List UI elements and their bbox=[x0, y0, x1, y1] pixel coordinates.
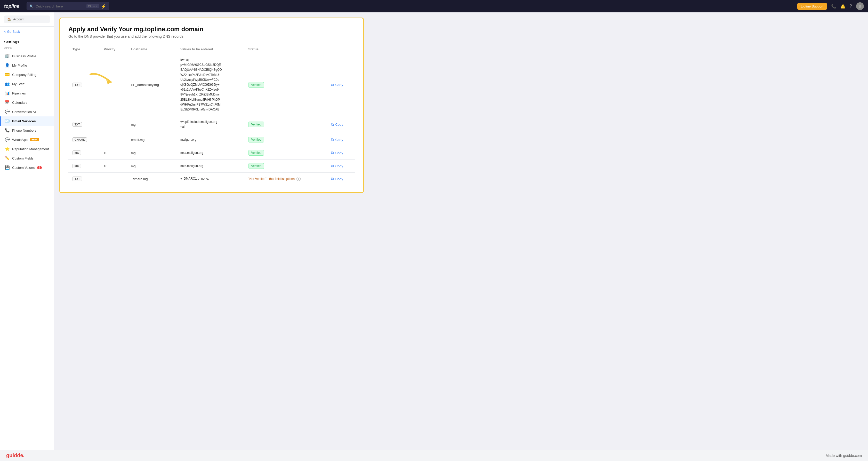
beta-badge: beta bbox=[30, 138, 39, 141]
custom-values-badge: 7 bbox=[37, 166, 42, 169]
guidde-logo-text: guidde. bbox=[6, 453, 25, 458]
my-staff-icon: 👥 bbox=[5, 82, 9, 86]
sidebar-item-label: Reputation Management bbox=[12, 147, 49, 151]
sidebar-item-calendars[interactable]: 📅 Calendars bbox=[0, 98, 54, 107]
sidebar-item-company-billing[interactable]: 💳 Company Billing bbox=[0, 70, 54, 79]
dns-hostname-cell: email.mg bbox=[127, 133, 176, 146]
sidebar-item-label: WhatsApp bbox=[12, 138, 28, 142]
dns-copy-cell: ⧉Copy bbox=[327, 116, 355, 133]
dns-records-table: Type Priority Hostname Values to be ente… bbox=[68, 45, 355, 185]
sidebar-item-my-profile[interactable]: 👤 My Profile bbox=[0, 61, 54, 70]
sidebar-item-label: Company Billing bbox=[12, 73, 36, 76]
app-logo: topline bbox=[4, 4, 19, 9]
dns-priority-cell: 10 bbox=[100, 146, 127, 159]
dns-priority-cell bbox=[100, 173, 127, 185]
conversation-ai-icon: 💬 bbox=[5, 110, 9, 114]
dns-hostname-cell: k1._domainkey.mg bbox=[127, 54, 176, 116]
status-badge: Verified bbox=[248, 82, 264, 88]
sidebar-item-conversation-ai[interactable]: 💬 Conversation AI bbox=[0, 107, 54, 116]
table-row: MX10mgmxa.mailgun.orgVerified⧉Copy bbox=[68, 146, 355, 159]
dns-hostname-cell: mg bbox=[127, 116, 176, 133]
info-icon[interactable]: i bbox=[297, 177, 301, 181]
my-profile-icon: 👤 bbox=[5, 63, 9, 68]
copy-button[interactable]: ⧉Copy bbox=[331, 83, 343, 87]
copy-icon: ⧉ bbox=[331, 177, 334, 181]
dns-status-cell: "Not Verified" - this field is optionali bbox=[244, 173, 327, 185]
sidebar-account[interactable]: 🏠 Account bbox=[4, 16, 50, 23]
sidebar-item-whatsapp[interactable]: 💬 WhatsApp beta bbox=[0, 135, 54, 144]
dns-type-cell: TXT bbox=[68, 116, 100, 133]
custom-values-icon: 💾 bbox=[5, 165, 9, 170]
page-title: Apply and Verify Your mg.topline.com dom… bbox=[68, 26, 355, 33]
col-type: Type bbox=[68, 45, 100, 54]
copy-button[interactable]: ⧉Copy bbox=[331, 177, 343, 181]
type-badge: TXT bbox=[72, 122, 82, 127]
sidebar-item-label: Conversation AI bbox=[12, 110, 36, 114]
main-content: Apply and Verify Your mg.topline.com dom… bbox=[54, 12, 868, 450]
business-profile-icon: 🏢 bbox=[5, 54, 9, 58]
sidebar-item-my-staff[interactable]: 👥 My Staff bbox=[0, 79, 54, 89]
sidebar-item-reputation-management[interactable]: ⭐ Reputation Management bbox=[0, 144, 54, 154]
copy-button[interactable]: ⧉Copy bbox=[331, 122, 343, 127]
dns-value-cell: v=DMARC1;p=none; bbox=[176, 173, 244, 185]
topnav-right-section: topline Support 📞 🔔 ? U bbox=[797, 2, 864, 10]
dns-hostname-cell: mg bbox=[127, 159, 176, 173]
copy-icon: ⧉ bbox=[331, 122, 334, 127]
copy-label: Copy bbox=[335, 138, 343, 142]
whatsapp-icon: 💬 bbox=[5, 137, 9, 142]
sidebar-item-label: Pipelines bbox=[12, 91, 26, 95]
copy-label: Copy bbox=[335, 164, 343, 168]
sidebar-top: 🏠 Account bbox=[0, 12, 54, 27]
page-subtitle: Go to the DNS provider that you use and … bbox=[68, 34, 355, 38]
top-navigation: topline 🔍 Ctrl + K ⚡ topline Support 📞 🔔… bbox=[0, 0, 868, 12]
dns-type-cell: CNAME bbox=[68, 133, 100, 146]
dns-value-cell: v=spf1 include:mailgun.org ~all bbox=[176, 116, 244, 133]
support-button[interactable]: topline Support bbox=[797, 3, 827, 10]
sidebar-item-custom-fields[interactable]: ✏️ Custom Fields bbox=[0, 154, 54, 163]
sidebar-item-email-services[interactable]: ✉️ Email Services bbox=[0, 116, 54, 126]
custom-fields-icon: ✏️ bbox=[5, 156, 9, 160]
dns-status-cell: Verified bbox=[244, 116, 327, 133]
copy-button[interactable]: ⧉Copy bbox=[331, 137, 343, 142]
account-name: Account bbox=[13, 18, 24, 21]
sidebar-item-label: My Profile bbox=[12, 63, 27, 67]
search-shortcut: Ctrl + K bbox=[87, 4, 99, 8]
guidde-logo: guidde. bbox=[6, 453, 25, 458]
bell-icon[interactable]: 🔔 bbox=[840, 4, 845, 9]
dns-type-cell: MX bbox=[68, 146, 100, 159]
dns-type-cell: TXT bbox=[68, 54, 100, 116]
search-icon: 🔍 bbox=[29, 4, 34, 8]
col-values: Values to be entered bbox=[176, 45, 244, 54]
search-input[interactable] bbox=[36, 4, 84, 8]
dns-copy-cell: ⧉Copy bbox=[327, 159, 355, 173]
sidebar-item-business-profile[interactable]: 🏢 Business Profile bbox=[0, 51, 54, 61]
go-back-button[interactable]: < Go Back bbox=[0, 27, 54, 37]
sidebar-item-label: Phone Numbers bbox=[12, 128, 36, 132]
copy-icon: ⧉ bbox=[331, 164, 334, 168]
sidebar-item-custom-values[interactable]: 💾 Custom Values 7 bbox=[0, 163, 54, 172]
search-bar[interactable]: 🔍 Ctrl + K ⚡ bbox=[27, 2, 109, 10]
bottom-tagline: Made with guidde.com bbox=[826, 454, 862, 458]
col-hostname: Hostname bbox=[127, 45, 176, 54]
sidebar-item-pipelines[interactable]: 📊 Pipelines bbox=[0, 89, 54, 98]
type-badge: TXT bbox=[72, 83, 82, 87]
dns-status-cell: Verified bbox=[244, 146, 327, 159]
col-status: Status bbox=[244, 45, 327, 54]
copy-button[interactable]: ⧉Copy bbox=[331, 164, 343, 168]
type-badge: MX bbox=[72, 151, 81, 155]
phone-icon[interactable]: 📞 bbox=[831, 4, 836, 9]
type-badge: TXT bbox=[72, 177, 82, 181]
sidebar-item-label: Custom Fields bbox=[12, 156, 34, 160]
sidebar-item-phone-numbers[interactable]: 📞 Phone Numbers bbox=[0, 126, 54, 135]
sidebar-item-label: My Staff bbox=[12, 82, 24, 86]
avatar[interactable]: U bbox=[856, 2, 864, 10]
calendars-icon: 📅 bbox=[5, 100, 9, 105]
type-badge: MX bbox=[72, 164, 81, 168]
copy-button[interactable]: ⧉Copy bbox=[331, 151, 343, 155]
sidebar-item-label: Custom Values bbox=[12, 166, 35, 170]
copy-icon: ⧉ bbox=[331, 151, 334, 155]
company-billing-icon: 💳 bbox=[5, 72, 9, 77]
table-row: MX10mgmxb.mailgun.orgVerified⧉Copy bbox=[68, 159, 355, 173]
dns-copy-cell: ⧉Copy bbox=[327, 173, 355, 185]
help-icon[interactable]: ? bbox=[850, 4, 852, 8]
